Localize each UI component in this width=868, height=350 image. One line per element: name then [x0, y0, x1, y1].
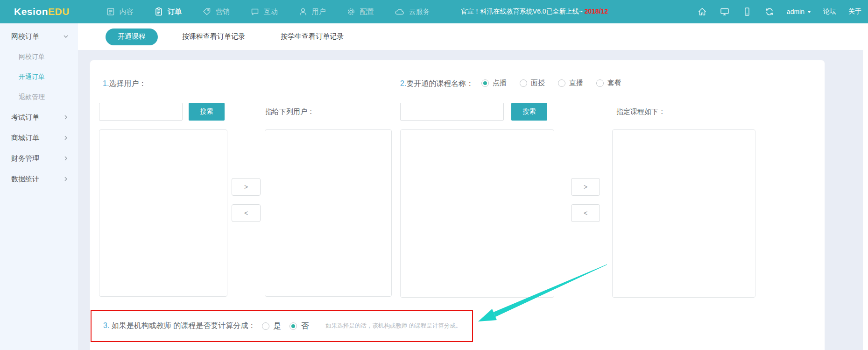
menu-label: 用户: [312, 7, 326, 16]
about-link[interactable]: 关于: [848, 7, 861, 16]
menu-label: 配置: [360, 7, 374, 16]
tab-open-course[interactable]: 开通课程: [106, 29, 158, 45]
section3-hint: 如果选择是的话，该机构或教师 的课程是计算分成。: [325, 322, 461, 330]
main-menu: 内容 订单 营销 互动 用户 配置 云服务: [106, 7, 430, 16]
course-type-radio-group: 点播 面授 直播 套餐: [481, 79, 630, 87]
menu-label: 内容: [120, 7, 134, 16]
radio-icon: [520, 79, 527, 87]
menu-label: 营销: [216, 7, 230, 16]
refresh-icon[interactable]: [764, 7, 775, 17]
section1-title-text: 选择用户：: [109, 79, 146, 87]
course-search-button[interactable]: 搜索: [511, 103, 547, 121]
sidebar-group-label: 财务管理: [11, 154, 63, 163]
assign-users-label: 指给下列用户：: [265, 107, 314, 116]
announcement-text: 官宣！科汛在线教育系统V6.0已全新上线~: [461, 7, 583, 15]
menu-label: 订单: [168, 7, 182, 16]
sidebar: 网校订单 网校订单 开通订单 退款管理 考试订单 商城订单 财务管理 数据统计: [0, 23, 78, 350]
radio-icon: [558, 79, 565, 87]
menu-item-config[interactable]: 配置: [346, 7, 374, 16]
sidebar-group-school-orders[interactable]: 网校订单: [0, 26, 78, 47]
sidebar-group-mall-orders[interactable]: 商城订单: [0, 128, 78, 148]
move-courses-left-button[interactable]: <: [571, 204, 600, 222]
sidebar-group-finance[interactable]: 财务管理: [0, 148, 78, 169]
user-search-input[interactable]: [99, 103, 183, 121]
chevron-right-icon: [63, 114, 69, 120]
radio-option-no[interactable]: 否: [289, 321, 309, 331]
sidebar-group-statistics[interactable]: 数据统计: [0, 169, 78, 189]
form-panel: 1.选择用户： 搜索 指给下列用户： > < 2.要开通的课程名称： 点播 面授…: [90, 60, 825, 350]
revenue-share-radio-group: 是 否: [262, 321, 317, 331]
menu-label: 云服务: [409, 7, 430, 16]
home-icon[interactable]: [697, 7, 707, 17]
course-search-input[interactable]: [400, 103, 504, 121]
available-courses-listbox[interactable]: [400, 129, 554, 298]
announcement: 官宣！科汛在线教育系统V6.0已全新上线~ 2018/12: [461, 7, 608, 16]
menu-item-orders[interactable]: 订单: [154, 7, 182, 16]
clipboard-icon: [154, 7, 163, 16]
chevron-right-icon: [63, 135, 69, 141]
menu-item-interaction[interactable]: 互动: [250, 7, 278, 16]
radio-option-package[interactable]: 套餐: [596, 79, 621, 87]
radio-label: 直播: [569, 79, 583, 87]
scrollbar-track[interactable]: [863, 23, 868, 350]
monitor-icon[interactable]: [720, 7, 730, 17]
section2-number: 2.: [400, 79, 406, 87]
radio-option-yes[interactable]: 是: [262, 321, 281, 331]
menu-item-marketing[interactable]: 营销: [202, 7, 230, 16]
menu-item-users[interactable]: 用户: [298, 7, 326, 16]
available-users-listbox[interactable]: [99, 129, 227, 297]
user-dropdown[interactable]: admin: [787, 8, 811, 15]
move-courses-right-button[interactable]: >: [571, 178, 600, 196]
tab-orders-by-course[interactable]: 按课程查看订单记录: [182, 32, 245, 41]
sidebar-group-label: 考试订单: [11, 113, 63, 122]
page-background: 1.选择用户： 搜索 指给下列用户： > < 2.要开通的课程名称： 点播 面授…: [78, 50, 868, 350]
radio-option-live[interactable]: 直播: [558, 79, 583, 87]
tab-bar: 开通课程 按课程查看订单记录 按学生查看订单记录: [78, 23, 868, 50]
menu-label: 互动: [264, 7, 278, 16]
section2-title-text: 要开通的课程名称：: [406, 79, 473, 87]
move-users-right-button[interactable]: >: [232, 178, 261, 196]
section3-title-text: 如果是机构或教师 的课程是否要计算分成：: [112, 321, 255, 329]
username: admin: [787, 8, 804, 15]
radio-label: 是: [273, 321, 281, 331]
sidebar-group-exam-orders[interactable]: 考试订单: [0, 107, 78, 128]
app-logo: KesionEDU: [14, 6, 70, 17]
assign-courses-label: 指定课程如下：: [616, 107, 665, 116]
selected-users-listbox[interactable]: [265, 129, 392, 297]
sidebar-item-refund-management[interactable]: 退款管理: [0, 87, 78, 107]
section1-number: 1.: [103, 79, 109, 87]
mobile-icon[interactable]: [742, 7, 752, 17]
radio-icon: [596, 79, 604, 87]
gear-icon: [346, 7, 356, 16]
chevron-down-icon: [63, 34, 69, 39]
forum-link[interactable]: 论坛: [823, 7, 836, 16]
navbar-right-tools: admin 论坛 关于: [697, 7, 861, 17]
tag-icon: [202, 7, 212, 16]
tab-orders-by-student[interactable]: 按学生查看订单记录: [281, 32, 344, 41]
top-navbar: KesionEDU 内容 订单 营销 互动 用户 配置 云服务: [0, 0, 868, 23]
chevron-right-icon: [63, 176, 69, 182]
radio-label: 点播: [493, 79, 507, 87]
radio-icon: [262, 322, 269, 330]
section1-title: 1.选择用户：: [103, 79, 146, 89]
radio-label: 面授: [531, 79, 545, 87]
revenue-share-annotation-box: 3. 如果是机构或教师 的课程是否要计算分成： 是 否 如果选择是的话，该机构或…: [91, 310, 473, 342]
sidebar-group-label: 网校订单: [11, 32, 63, 41]
document-icon: [106, 7, 115, 16]
menu-item-content[interactable]: 内容: [106, 7, 134, 16]
user-search-button[interactable]: 搜索: [189, 103, 225, 121]
user-icon: [298, 7, 308, 16]
sidebar-item-school-orders[interactable]: 网校订单: [0, 47, 78, 67]
selected-courses-listbox[interactable]: [612, 129, 755, 298]
radio-option-face[interactable]: 面授: [520, 79, 545, 87]
logo-part2: EDU: [48, 6, 70, 17]
chat-icon: [250, 7, 260, 16]
section2-title: 2.要开通的课程名称：: [400, 79, 473, 89]
sidebar-item-open-orders[interactable]: 开通订单: [0, 67, 78, 87]
radio-label: 否: [301, 321, 309, 331]
move-users-left-button[interactable]: <: [232, 204, 261, 222]
radio-option-vod[interactable]: 点播: [481, 79, 507, 87]
radio-label: 套餐: [607, 79, 621, 87]
menu-item-cloud[interactable]: 云服务: [395, 7, 430, 16]
section3-title: 3. 如果是机构或教师 的课程是否要计算分成：: [103, 321, 255, 331]
